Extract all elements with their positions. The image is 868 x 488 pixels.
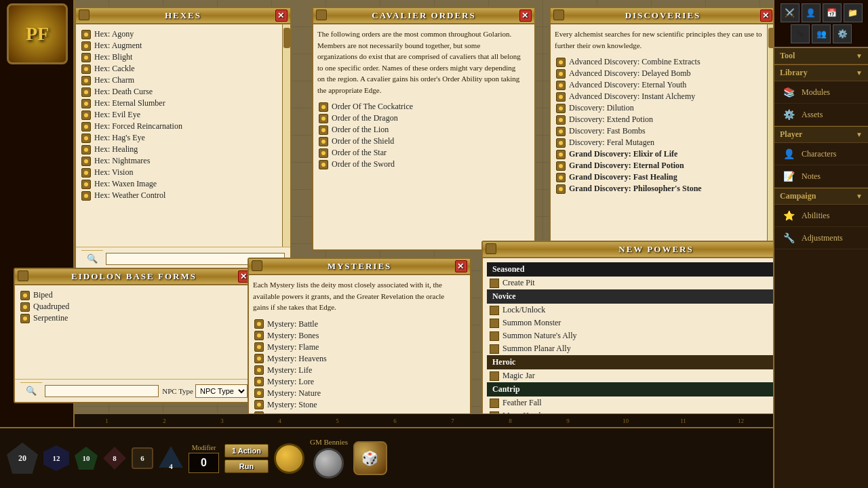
sidebar-tool-section: Tool ▼ <box>774 47 868 64</box>
eidolon-list-item[interactable]: Biped <box>19 289 241 301</box>
hexes-scroll-thumb[interactable] <box>283 28 290 48</box>
eidolon-item-label: Quadruped <box>33 302 69 312</box>
tool-people-button[interactable]: 👥 <box>812 24 831 43</box>
hex-list-item[interactable]: Hex: Vision <box>80 167 278 178</box>
npc-type-select[interactable]: NPC Type <box>195 384 248 398</box>
sidebar-player-header[interactable]: Player ▼ <box>774 126 868 143</box>
power-list-item[interactable]: Summon Nature's Ally <box>487 329 817 342</box>
gm-bennies-chip[interactable] <box>313 448 344 479</box>
mystery-list-item[interactable]: Mystery: Battle <box>253 319 458 330</box>
mysteries-close-button[interactable]: ✕ <box>455 260 467 272</box>
pathfinder-logo: PF <box>7 3 68 64</box>
mystery-list-item[interactable]: Mystery: Flame <box>253 342 458 353</box>
die-d4-wrapper[interactable]: 4 <box>159 446 183 470</box>
power-list-item[interactable]: Summon Planar Ally <box>487 342 817 355</box>
hex-list-item[interactable]: Hex: Augment <box>80 40 278 52</box>
cavalier-list-item[interactable]: Order of the Star <box>317 147 522 159</box>
discovery-list-item[interactable]: Advanced Discovery: Eternal Youth <box>555 79 763 91</box>
hex-list-item[interactable]: Hex: Healing <box>80 144 278 155</box>
die-d6[interactable]: 6 <box>132 447 153 469</box>
mystery-list-item[interactable]: Mystery: Lore <box>253 376 458 388</box>
modifier-input[interactable] <box>189 453 219 473</box>
discovery-list-item[interactable]: Grand Discovery: Philosopher's Stone <box>555 183 763 195</box>
eidolon-list-item[interactable]: Serpentine <box>19 312 241 324</box>
hex-list-item[interactable]: Hex: Eternal Slumber <box>80 98 278 109</box>
cavalier-list-item[interactable]: Order of the Dragon <box>317 113 522 124</box>
mystery-item-label: Mystery: Heavens <box>267 354 327 364</box>
sidebar-campaign-arrow: ▼ <box>856 192 863 200</box>
eidolon-list-item[interactable]: Quadruped <box>19 301 241 312</box>
hex-list-item[interactable]: Hex: Blight <box>80 52 278 63</box>
power-list-item[interactable]: Summon Monster <box>487 317 817 329</box>
discovery-list-item[interactable]: Advanced Discovery: Combine Extracts <box>555 56 763 68</box>
hexes-close-button[interactable]: ✕ <box>275 9 288 22</box>
run-button[interactable]: Run <box>224 460 269 473</box>
sidebar-library-header[interactable]: Library ▼ <box>774 64 868 81</box>
discovery-list-item[interactable]: Discovery: Fast Bombs <box>555 125 763 137</box>
hex-item-icon <box>81 87 91 97</box>
dice-bag[interactable]: 🎲 <box>353 441 387 475</box>
hex-item-label: Hex: Healing <box>94 144 138 155</box>
mystery-list-item[interactable]: Mystery: Heavens <box>253 353 458 365</box>
discovery-list-item[interactable]: Advanced Discovery: Delayed Bomb <box>555 68 763 79</box>
discovery-list-item[interactable]: Grand Discovery: Eternal Potion <box>555 160 763 171</box>
die-d8[interactable]: 8 <box>103 447 126 470</box>
tool-calendar-button[interactable]: 📅 <box>823 3 842 22</box>
tool-percent-button[interactable]: % <box>791 24 810 43</box>
mystery-list-item[interactable]: Mystery: Stone <box>253 399 458 411</box>
sidebar-item-notes[interactable]: 📝 Notes <box>774 165 868 188</box>
power-list-item[interactable]: Create Pit <box>487 277 817 289</box>
sidebar-item-assets[interactable]: ⚙️ Assets <box>774 104 868 126</box>
tool-folder-button[interactable]: 📁 <box>844 3 863 22</box>
sidebar-item-abilities[interactable]: ⭐ Abilities <box>774 205 868 227</box>
power-list-item[interactable]: Feather Fall <box>487 396 817 409</box>
die-d20[interactable]: 20 <box>7 443 38 474</box>
sidebar-item-adjustments[interactable]: 🔧 Adjustments <box>774 227 868 249</box>
discovery-item-icon <box>556 69 566 79</box>
power-list-item[interactable]: Lock/Unlock <box>487 304 817 317</box>
tool-sword-button[interactable]: ⚔️ <box>781 3 800 22</box>
cavalier-list-item[interactable]: Order Of The Cockatrice <box>317 101 522 113</box>
cavalier-item-icon <box>319 102 328 112</box>
hex-list-item[interactable]: Hex: Cackle <box>80 63 278 75</box>
hex-list-item[interactable]: Hex: Nightmares <box>80 155 278 167</box>
discovery-list-item[interactable]: Discovery: Dilution <box>555 102 763 114</box>
hex-list-item[interactable]: Hex: Charm <box>80 75 278 86</box>
hex-list-item[interactable]: Hex: Waxen Image <box>80 178 278 190</box>
cavalier-list-item[interactable]: Order of the Sword <box>317 159 522 170</box>
bennies-chip[interactable] <box>274 443 304 474</box>
hex-list-item[interactable]: Hex: Agony <box>80 28 278 40</box>
mystery-list-item[interactable]: Mystery: Nature <box>253 388 458 399</box>
hex-item-label: Hex: Augment <box>94 41 142 51</box>
sidebar-campaign-header[interactable]: Campaign ▼ <box>774 188 868 205</box>
hex-list-item[interactable]: Hex: Hag's Eye <box>80 132 278 144</box>
ruler-mark-11: 11 <box>654 418 712 424</box>
hex-list-item[interactable]: Hex: Evil Eye <box>80 109 278 121</box>
cavalier-list-item[interactable]: Order of the Lion <box>317 124 522 136</box>
eidolon-search-input[interactable] <box>45 385 159 397</box>
tool-gear-button[interactable]: ⚙️ <box>833 24 852 43</box>
die-d10[interactable]: 10 <box>75 447 98 470</box>
discovery-list-item[interactable]: Grand Discovery: Fast Healing <box>555 171 763 183</box>
discovery-list-item[interactable]: Grand Discovery: Elixir of Life <box>555 148 763 160</box>
cavalier-list-item[interactable]: Order of the Shield <box>317 136 522 147</box>
tool-person-button[interactable]: 👤 <box>802 3 821 22</box>
power-list-item[interactable]: Magic Jar <box>487 369 817 382</box>
hex-list-item[interactable]: Hex: Death Curse <box>80 86 278 98</box>
power-item-icon <box>490 306 499 315</box>
action-1-button[interactable]: 1 Action <box>224 444 269 458</box>
hex-list-item[interactable]: Hex: Weather Control <box>80 190 278 201</box>
cavalier-close-button[interactable]: ✕ <box>519 9 532 22</box>
sidebar-item-modules[interactable]: 📚 Modules <box>774 81 868 104</box>
mystery-list-item[interactable]: Mystery: Life <box>253 365 458 376</box>
hex-list-item[interactable]: Hex: Forced Reincarnation <box>80 121 278 132</box>
discovery-list-item[interactable]: Advanced Discovery: Instant Alchemy <box>555 91 763 102</box>
die-d12[interactable]: 12 <box>43 445 69 471</box>
mystery-list-item[interactable]: Mystery: Bones <box>253 330 458 342</box>
discovery-list-item[interactable]: Discovery: Extend Potion <box>555 114 763 125</box>
hexes-scrollbar[interactable] <box>282 24 290 247</box>
sidebar-item-characters[interactable]: 👤 Characters <box>774 143 868 165</box>
discoveries-close-button[interactable]: ✕ <box>760 9 772 22</box>
power-item-label: Magic Jar <box>502 371 535 381</box>
discovery-list-item[interactable]: Discovery: Feral Mutagen <box>555 137 763 148</box>
